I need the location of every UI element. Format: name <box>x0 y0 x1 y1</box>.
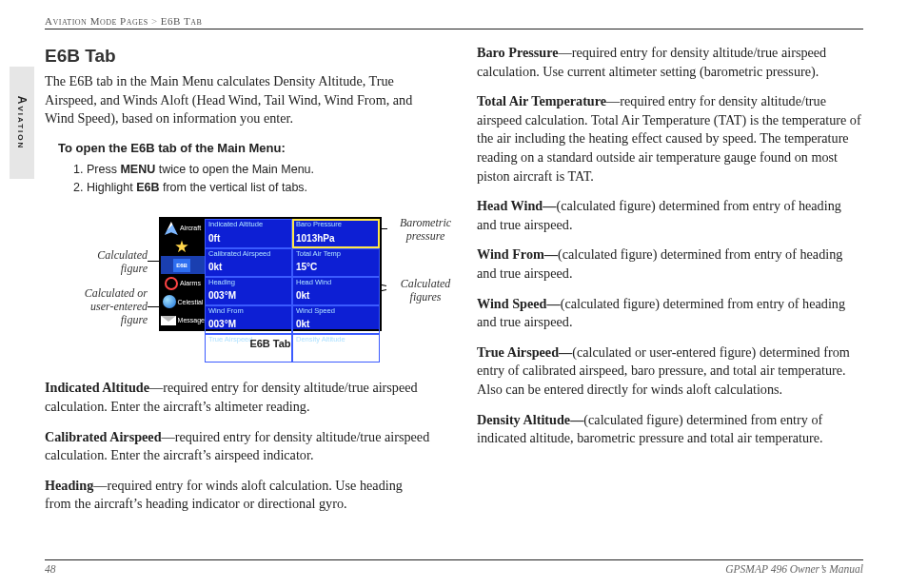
para-wind-from: Wind From—(calculated figure) determined… <box>477 245 863 283</box>
device-tab-star <box>161 238 205 256</box>
breadcrumb-a: Aviation Mode Pages <box>45 15 148 27</box>
cell-indicated-altitude: Indicated Altitude0ft <box>205 219 292 247</box>
para-calibrated-airspeed: Calibrated Airspeed—required entry for d… <box>45 428 431 465</box>
e6b-device: Aircraft Alarms Celestial Message Indica… <box>159 217 382 331</box>
plane-icon <box>165 222 178 235</box>
para-indicated-altitude: Indicated Altitude—required entry for de… <box>45 379 431 416</box>
para-heading: Heading—required entry for winds aloft c… <box>45 477 431 514</box>
e6b-figure: Calculated figure Calculated or user-ent… <box>45 211 431 373</box>
callout-calc-or-user: Calculated or user-entered figure <box>45 287 148 326</box>
instruction-steps: Press MENU twice to open the Main Menu. … <box>87 161 431 197</box>
side-tab-label: Aviation <box>15 96 29 150</box>
step-2: Highlight E6B from the vertical list of … <box>87 179 431 197</box>
intro-paragraph: The E6B tab in the Main Menu calculates … <box>45 72 431 128</box>
figure-caption: E6B Tab <box>159 337 382 351</box>
instruction-heading: To open the E6B tab of the Main Menu: <box>58 140 431 157</box>
e6b-icon <box>173 259 190 272</box>
page-title: E6B Tab <box>45 44 431 69</box>
alarm-icon <box>165 277 178 290</box>
star-icon <box>175 240 188 253</box>
manual-title: GPSMAP 496 Owner’s Manual <box>725 563 863 575</box>
page-footer: 48 GPSMAP 496 Owner’s Manual <box>45 559 863 575</box>
message-icon <box>161 316 176 325</box>
callout-calc-figure: Calculated figure <box>45 249 148 276</box>
para-total-air-temperature: Total Air Temperature—required entry for… <box>477 92 863 186</box>
cell-wind-speed: Wind Speed0kt <box>292 305 380 334</box>
callout-baro: Barometric pressure <box>387 217 464 244</box>
cell-total-air-temp: Total Air Temp15°C <box>292 248 380 277</box>
para-true-airspeed: True Airspeed—(calculated or user-entere… <box>477 343 863 400</box>
device-tab-aircraft: Aircraft <box>161 219 205 237</box>
globe-icon <box>163 295 176 308</box>
callout-calc-figures: Calculated figures <box>387 278 464 304</box>
device-tab-message: Message <box>161 311 205 329</box>
device-grid: Indicated Altitude0ft Baro Pressure1013h… <box>205 219 380 329</box>
step-1: Press MENU twice to open the Main Menu. <box>87 161 431 179</box>
para-head-wind: Head Wind—(calculated figure) determined… <box>477 197 863 234</box>
cell-wind-from: Wind From003°M <box>205 305 292 334</box>
right-column: Baro Pressure—required entry for density… <box>477 44 863 550</box>
breadcrumb-b: E6B Tab <box>161 15 202 27</box>
left-column: E6B Tab The E6B tab in the Main Menu cal… <box>45 44 431 550</box>
cell-baro-pressure: Baro Pressure1013hPa <box>292 219 380 247</box>
breadcrumb-sep: > <box>151 15 158 27</box>
side-tab-aviation: Aviation <box>10 67 34 179</box>
cell-head-wind: Head Wind0kt <box>292 277 380 305</box>
device-tab-strip: Aircraft Alarms Celestial Message <box>161 219 205 329</box>
para-density-altitude: Density Altitude—(calculated figure) det… <box>477 411 863 448</box>
para-baro-pressure: Baro Pressure—required entry for density… <box>477 44 863 81</box>
cell-heading: Heading003°M <box>205 277 292 305</box>
page-number: 48 <box>45 563 56 575</box>
cell-calibrated-airspeed: Calibrated Airspeed0kt <box>205 248 292 277</box>
device-tab-alarms: Alarms <box>161 274 205 292</box>
device-tab-e6b <box>161 256 205 274</box>
breadcrumb: Aviation Mode Pages > E6B Tab <box>45 15 863 29</box>
device-tab-celestial: Celestial <box>161 293 205 311</box>
para-wind-speed: Wind Speed—(calculated figure) determine… <box>477 295 863 332</box>
